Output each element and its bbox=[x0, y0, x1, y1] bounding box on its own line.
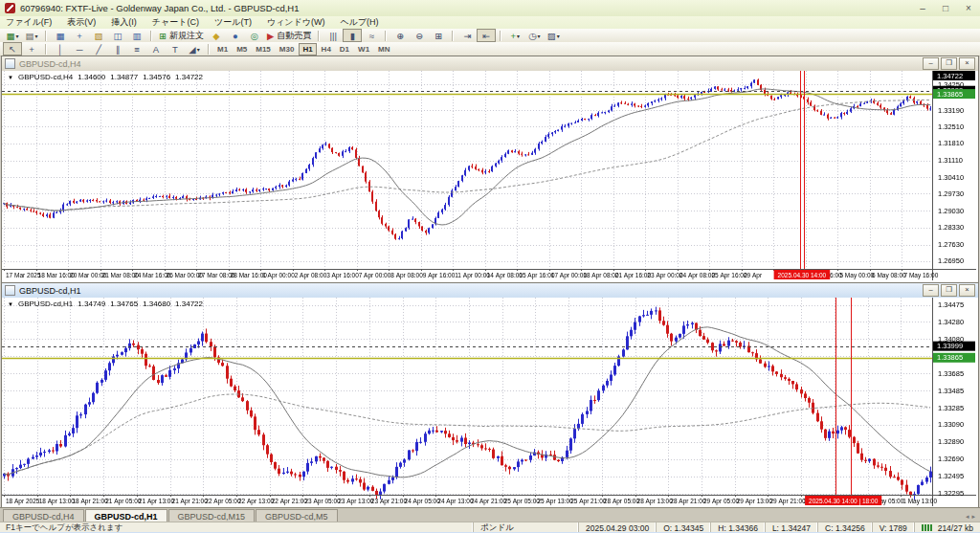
child-minimize-button[interactable]: – bbox=[923, 284, 939, 297]
menu-item-2[interactable]: 挿入(I) bbox=[111, 16, 137, 29]
menu-item-0[interactable]: ファイル(F) bbox=[6, 16, 52, 29]
new-chart-icon[interactable]: ▦▾ bbox=[3, 29, 22, 42]
fibonacci-icon[interactable]: ≡ bbox=[127, 42, 146, 56]
vertical-line-icon[interactable]: │ bbox=[51, 42, 70, 56]
collapse-arrow-icon[interactable]: ▼ bbox=[8, 75, 13, 80]
legend-symbol: GBPUSD-cd,H4 bbox=[18, 73, 73, 81]
market-watch-icon[interactable]: ▦ bbox=[51, 29, 70, 42]
terminal-icon[interactable]: ◫ bbox=[108, 29, 127, 42]
timeframe-h1[interactable]: H1 bbox=[299, 43, 316, 56]
tab-scroll-right-icon[interactable]: ▸ bbox=[971, 513, 975, 521]
zoom-in-icon[interactable]: ⊕ bbox=[390, 29, 410, 42]
legend-open: 1.34749 bbox=[78, 300, 105, 308]
periods-icon[interactable]: ◷▾ bbox=[524, 29, 544, 42]
menu-item-3[interactable]: チャート(C) bbox=[152, 16, 199, 29]
timeframe-w1[interactable]: W1 bbox=[354, 43, 373, 56]
chart-window-title: GBPUSD-cd,H4 bbox=[19, 59, 81, 69]
timeframe-h4[interactable]: H4 bbox=[318, 43, 335, 56]
chart-window-h1: GBPUSD-cd,H1 – ❐ × ▼ GBPUSD-cd,H1 1.3474… bbox=[1, 282, 979, 509]
maximize-button[interactable]: □ bbox=[939, 2, 952, 15]
chart-window-h4: GBPUSD-cd,H4 – ❐ × ▼ GBPUSD-cd,H4 1.3460… bbox=[1, 56, 979, 283]
menu-item-1[interactable]: 表示(V) bbox=[67, 16, 96, 29]
equidistant-channel-icon[interactable]: ∥ bbox=[108, 42, 127, 56]
arrows-icon[interactable]: ◢▾ bbox=[185, 42, 204, 56]
chart-window-h4-titlebar[interactable]: GBPUSD-cd,H4 – ❐ × bbox=[2, 56, 978, 71]
toolbar-standard: ▦▾▤▾▦+▧◫▥⊞新規注文◆●◎▶自動売買|||▮≈⊕⊖⊞⇥⇤+▾◷▾▨▾ bbox=[0, 29, 980, 43]
timeframe-m30[interactable]: M30 bbox=[276, 43, 299, 56]
crosshair-icon[interactable]: + bbox=[22, 42, 41, 56]
child-restore-button[interactable]: ❐ bbox=[941, 57, 957, 70]
line-chart-icon[interactable]: ≈ bbox=[362, 29, 381, 42]
indicators-icon[interactable]: +▾ bbox=[505, 29, 524, 42]
scripts-icon[interactable]: ◎ bbox=[245, 29, 264, 42]
navigator-icon[interactable]: ▧ bbox=[89, 29, 108, 42]
chart-window-h1-titlebar[interactable]: GBPUSD-cd,H1 – ❐ × bbox=[2, 283, 978, 298]
tile-windows-icon[interactable]: ⊞ bbox=[429, 29, 448, 42]
dropdown-caret-icon: ▾ bbox=[197, 46, 200, 53]
title-bar: 60796940: FXTF-Live - Goldenway Japan Co… bbox=[0, 0, 980, 17]
window-controls: – □ × bbox=[916, 2, 975, 15]
label-icon[interactable]: T bbox=[166, 42, 185, 56]
h1-chart-canvas[interactable] bbox=[2, 298, 976, 506]
metaeditor-icon[interactable]: ◆ bbox=[207, 29, 226, 42]
auto-scroll-icon[interactable]: ⇥ bbox=[457, 29, 477, 42]
timeframe-m15[interactable]: M15 bbox=[252, 43, 275, 56]
dropdown-caret-icon: ▾ bbox=[537, 33, 540, 39]
toolbar-separator bbox=[318, 31, 320, 41]
profiles-icon[interactable]: ▤▾ bbox=[22, 29, 41, 42]
menu-item-6[interactable]: ヘルプ(H) bbox=[340, 16, 378, 29]
chart-tab-h1[interactable]: GBPUSD-cd,H1 bbox=[85, 509, 167, 522]
templates-icon[interactable]: ▨▾ bbox=[544, 29, 563, 42]
h1-ohlc-readout: ▼ GBPUSD-cd,H1 1.34749 1.34765 1.34680 1… bbox=[8, 300, 203, 308]
window-title: 60796940: FXTF-Live - Goldenway Japan Co… bbox=[20, 3, 299, 13]
menu-bar: ファイル(F)表示(V)挿入(I)チャート(C)ツール(T)ウィンドウ(W)ヘル… bbox=[0, 16, 980, 30]
tab-scroll-left-icon[interactable]: ◂ bbox=[966, 513, 969, 521]
menu-item-5[interactable]: ウィンドウ(W) bbox=[267, 16, 325, 29]
chart-tab-m15[interactable]: GBPUSD-cd,M15 bbox=[168, 509, 256, 522]
candlestick-chart-icon[interactable]: ▮ bbox=[343, 29, 362, 42]
dropdown-caret-icon: ▾ bbox=[557, 33, 560, 39]
text-icon[interactable]: A bbox=[146, 42, 166, 56]
dropdown-caret-icon: ▾ bbox=[34, 33, 37, 39]
child-minimize-button[interactable]: – bbox=[923, 57, 939, 70]
new-order-icon[interactable]: ⊞新規注文 bbox=[156, 29, 207, 42]
legend-high: 1.34765 bbox=[110, 300, 138, 308]
dropdown-caret-icon: ▾ bbox=[517, 33, 520, 39]
child-close-button[interactable]: × bbox=[959, 57, 975, 70]
chart-window-controls: – ❐ × bbox=[923, 284, 975, 297]
toolbar-separator bbox=[208, 44, 210, 55]
close-button[interactable]: × bbox=[962, 2, 975, 15]
timeframe-m1[interactable]: M1 bbox=[213, 43, 232, 56]
timeframe-m5[interactable]: M5 bbox=[233, 43, 251, 56]
horizontal-line-icon[interactable]: ─ bbox=[70, 42, 89, 56]
timeframe-d1[interactable]: D1 bbox=[336, 43, 353, 56]
zoom-out-icon[interactable]: ⊖ bbox=[410, 29, 429, 42]
legend-symbol: GBPUSD-cd,H1 bbox=[18, 300, 73, 308]
new-order-label: 新規注文 bbox=[169, 30, 204, 42]
trendline-icon[interactable]: ╱ bbox=[89, 42, 108, 56]
toolbar-separator bbox=[385, 31, 387, 41]
dropdown-caret-icon: ▾ bbox=[15, 33, 18, 39]
autotrading-icon[interactable]: ▶自動売買 bbox=[264, 29, 314, 42]
timeframe-mn[interactable]: MN bbox=[374, 43, 393, 56]
strategy-tester-icon[interactable]: ▥ bbox=[127, 29, 146, 42]
minimize-button[interactable]: – bbox=[916, 2, 929, 15]
legend-low: 1.34680 bbox=[143, 300, 170, 308]
cursor-icon[interactable]: ↖ bbox=[3, 42, 22, 56]
child-restore-button[interactable]: ❐ bbox=[941, 284, 957, 297]
menu-item-4[interactable]: ツール(T) bbox=[214, 16, 252, 29]
chart-shift-icon[interactable]: ⇤ bbox=[477, 29, 496, 42]
chart-window-title: GBPUSD-cd,H1 bbox=[19, 286, 81, 296]
bar-chart-icon[interactable]: ||| bbox=[323, 29, 343, 42]
legend-open: 1.34600 bbox=[78, 73, 105, 81]
chart-tab-m5[interactable]: GBPUSD-cd,M5 bbox=[256, 509, 338, 522]
toolbar-separator bbox=[452, 31, 454, 41]
child-close-button[interactable]: × bbox=[959, 284, 975, 297]
h4-chart-canvas[interactable] bbox=[2, 71, 976, 280]
collapse-arrow-icon[interactable]: ▼ bbox=[8, 301, 13, 307]
data-window-icon[interactable]: + bbox=[70, 29, 89, 42]
toolbar-separator bbox=[45, 31, 47, 41]
experts-icon[interactable]: ● bbox=[226, 29, 245, 42]
legend-close: 1.34722 bbox=[175, 300, 203, 308]
chart-tab-h4[interactable]: GBPUSD-cd,H4 bbox=[3, 509, 84, 522]
